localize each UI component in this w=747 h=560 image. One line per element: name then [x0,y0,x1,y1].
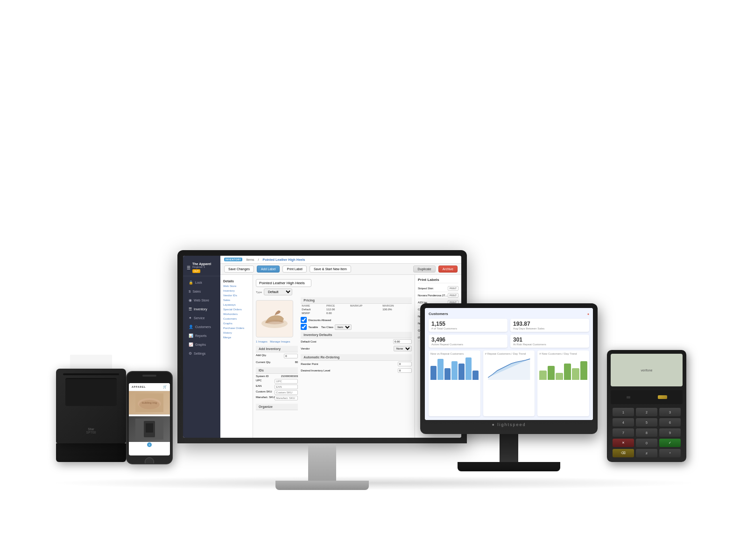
discounts-label: Discounts Allowed [308,319,331,322]
print-btn-2[interactable]: PRINT [448,293,458,298]
svg-point-8 [265,320,284,324]
details-link-webstore[interactable]: Web Store [220,284,253,288]
terminal-key-7[interactable]: 7 [613,428,634,437]
terminal-key-9[interactable]: 9 [659,428,681,437]
save-start-button[interactable]: Save & Start New Item [310,266,351,273]
ids-header: IDs [256,367,298,374]
details-link-purchase-orders[interactable]: Purchase Orders [220,326,253,330]
save-changes-button[interactable]: Save Changes [224,266,254,273]
taxable-label: Taxable [308,326,318,329]
default-cost-input[interactable] [393,339,412,344]
settings-icon: ⚙ [189,351,192,356]
tax-class-label: Tax Class [321,326,333,329]
desired-level-input[interactable] [398,368,412,373]
details-link-merge[interactable]: Merge [220,335,253,340]
metric-risk-label: At Risk Repeat Customers [513,343,586,346]
card-terminal: verifone 1 2 3 4 5 6 7 8 9 ✕ 0 ✓ ⌫ # [607,350,686,462]
analytics-title: Customers [429,312,448,316]
ean-input[interactable] [275,385,298,389]
details-link-history[interactable]: History [220,330,253,335]
upc-input[interactable] [275,379,298,384]
terminal-key-6[interactable]: 6 [659,418,681,427]
reorder-point-input[interactable] [398,362,412,366]
sidebar-item-graphs[interactable]: 📈 Graphs [185,341,218,349]
details-link-customers[interactable]: Customers [220,316,253,321]
metric-active-value: 3,496 [431,336,505,343]
details-link-special-orders[interactable]: Special Orders [220,307,253,312]
manage-images-link[interactable]: Manage Images [270,340,290,343]
pricing-table: NAME PRICE MARKUP MARGIN [301,304,412,315]
pricing-col-name: NAME [301,304,325,308]
sidebar-item-service[interactable]: ✦ Service [185,314,218,322]
sidebar-item-sales[interactable]: $ Sales [185,287,218,295]
system-id-value: 21000000303 [281,375,298,378]
phone-screen: APPAREL 🛒 building img [129,383,170,455]
sidebar-label-settings: Settings [194,352,205,355]
breadcrumb-current: Pointed Leather High Heels [262,258,305,261]
discounts-checkbox[interactable] [301,317,307,323]
sidebar-label-service: Service [194,316,204,320]
phone-image2 [129,416,170,442]
details-link-workorders[interactable]: Workorders [220,312,253,316]
add-label-button[interactable]: Add Label [257,266,280,273]
pricing-row-default: Default 112.00 100.0% [301,308,412,311]
terminal-key-2[interactable]: 2 [636,408,657,416]
terminal-key-star[interactable]: * [659,449,681,457]
bar2-2 [548,366,555,380]
print-btn-1[interactable]: PRINT [448,286,458,291]
sidebar-item-lock[interactable]: 🔒 Lock [185,279,218,287]
shoe-image [258,302,291,335]
terminal-screen: verifone [611,354,683,386]
item-name-input[interactable] [256,279,311,287]
details-link-layaways[interactable]: Layaways [220,302,253,307]
bar-5 [458,364,465,380]
hamburger-icon[interactable]: ☰ [187,266,190,270]
sidebar-item-customers[interactable]: 👤 Customers [185,323,218,331]
terminal-key-8[interactable]: 8 [636,428,657,437]
phone-home-button[interactable] [145,457,154,464]
terminal-key-3[interactable]: 3 [659,408,681,416]
bar-2 [437,359,444,380]
inventory-defaults-header: Inventory Defaults [301,332,412,338]
type-label: Type [256,291,262,294]
phone-body: APPAREL 🛒 building img [126,371,173,464]
details-link-inventory[interactable]: Inventory [220,288,253,293]
sidebar-item-settings[interactable]: ⚙ Settings [185,350,218,357]
type-select[interactable]: Default Box Matrix Serialized [264,288,292,295]
details-link-vendorids[interactable]: Vendor IDs [220,293,253,298]
tax-class-select[interactable]: Item [335,324,352,330]
details-link-sales[interactable]: Sales [220,298,253,302]
graphs-icon: 📈 [189,343,193,347]
sidebar-item-reports[interactable]: 📊 Reports [185,332,218,340]
sidebar-label-graphs: Graphs [195,343,206,346]
terminal-key-1[interactable]: 1 [613,408,634,416]
terminal-key-0[interactable]: 0 [636,439,657,447]
manufact-sku-label: Manufact. SKU [256,396,275,400]
terminal-key-cancel[interactable]: ✕ [613,439,634,447]
add-qty-input[interactable] [284,354,298,358]
terminal-key-enter[interactable]: ✓ [659,439,681,447]
duplicate-button[interactable]: Duplicate [413,266,435,273]
taxable-checkbox[interactable] [301,324,307,330]
details-link-graphs[interactable]: Graphs [220,321,253,326]
analytics-screen: Customers ● 1,155 # of Total Customers 1… [425,308,593,420]
sidebar-item-inventory[interactable]: ☰ Inventory [185,305,218,313]
terminal-key-clear[interactable]: ⌫ [613,449,634,457]
archive-button[interactable]: Archive [438,266,458,273]
vendor-select[interactable]: None [394,346,412,351]
terminal-key-hash[interactable]: # [636,449,657,457]
sidebar-item-webstore[interactable]: ◉ Web Store [185,296,218,304]
print-label-button[interactable]: Print Label [282,266,306,273]
smartphone: APPAREL 🛒 building img [126,371,173,464]
metric-active-repeat: 3,496 Active Repeat Customers [429,335,507,348]
custom-sku-input[interactable] [275,390,298,395]
terminal-key-5[interactable]: 5 [636,418,657,427]
svg-marker-9 [488,359,530,380]
price-markup-msrp [349,311,381,315]
terminal-key-4[interactable]: 4 [613,418,634,427]
manufact-sku-input[interactable] [275,396,298,400]
bar-7 [472,371,479,380]
bar-3 [444,368,451,380]
phone-logo: APPAREL [132,385,146,388]
bar-6 [465,357,472,380]
